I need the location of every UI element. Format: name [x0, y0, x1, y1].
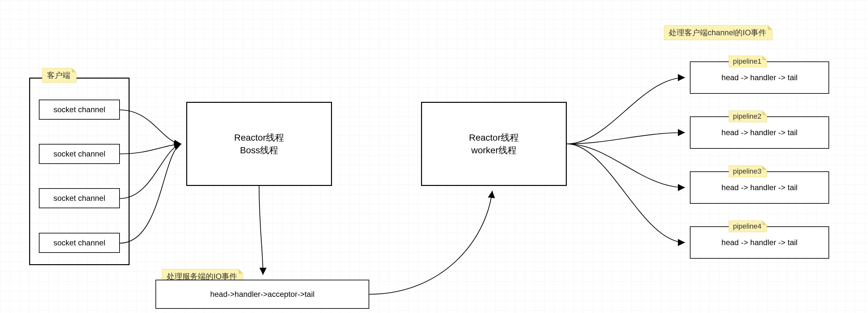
- pipeline-1-label-text: pipeline1: [733, 57, 762, 65]
- client-io-label-note: 处理客户端channel的IO事件: [664, 25, 772, 40]
- socket-channel-2-text: socket channel: [54, 193, 105, 204]
- pipeline-3-content: head -> handler -> tail: [722, 182, 798, 193]
- pipeline-4-label-text: pipeline4: [733, 222, 762, 230]
- boss-reactor-line1: Reactor线程: [234, 131, 284, 144]
- edge-serverpipeline-to-worker: [369, 191, 492, 294]
- edge-worker-to-pipeline3: [567, 144, 685, 187]
- pipeline-2-label-note: pipeline2: [729, 111, 767, 122]
- worker-reactor-line1: Reactor线程: [469, 131, 519, 144]
- socket-channel-0-text: socket channel: [54, 104, 105, 115]
- pipeline-4-label-note: pipeline4: [729, 220, 767, 232]
- socket-channel-1: socket channel: [39, 144, 120, 164]
- client-label-text: 客户端: [47, 71, 70, 79]
- worker-reactor-line2: worker线程: [471, 144, 517, 156]
- socket-channel-0: socket channel: [39, 100, 120, 119]
- edge-worker-to-pipeline4: [567, 144, 685, 243]
- boss-reactor-line2: Boss线程: [240, 144, 278, 156]
- pipeline-1-content: head -> handler -> tail: [722, 72, 798, 83]
- pipeline-3-label-text: pipeline3: [733, 167, 762, 175]
- pipeline-1-label-note: pipeline1: [729, 56, 767, 67]
- socket-channel-3: socket channel: [39, 233, 120, 253]
- client-label-note: 客户端: [42, 68, 76, 83]
- server-pipeline-box: head->handler->acceptor->tail: [155, 280, 369, 309]
- pipeline-2-label-text: pipeline2: [733, 112, 762, 120]
- socket-channel-3-text: socket channel: [54, 237, 105, 248]
- socket-channel-2: socket channel: [39, 188, 120, 208]
- worker-reactor-box: Reactor线程 worker线程: [421, 102, 567, 186]
- server-pipeline-label-text: 处理服务端的IO事件: [167, 272, 237, 281]
- edge-worker-to-pipeline1: [567, 78, 685, 144]
- server-pipeline-content: head->handler->acceptor->tail: [210, 289, 314, 300]
- edge-boss-to-serverpipeline: [259, 186, 263, 275]
- edge-worker-to-pipeline2: [567, 133, 685, 144]
- boss-reactor-box: Reactor线程 Boss线程: [186, 102, 332, 186]
- pipeline-3-label-note: pipeline3: [729, 166, 767, 177]
- pipeline-2-content: head -> handler -> tail: [722, 127, 798, 138]
- client-io-label-text: 处理客户端channel的IO事件: [669, 28, 766, 37]
- diagram-canvas: 客户端 socket channel socket channel socket…: [0, 0, 868, 313]
- pipeline-4-content: head -> handler -> tail: [722, 237, 798, 248]
- socket-channel-1-text: socket channel: [54, 148, 105, 160]
